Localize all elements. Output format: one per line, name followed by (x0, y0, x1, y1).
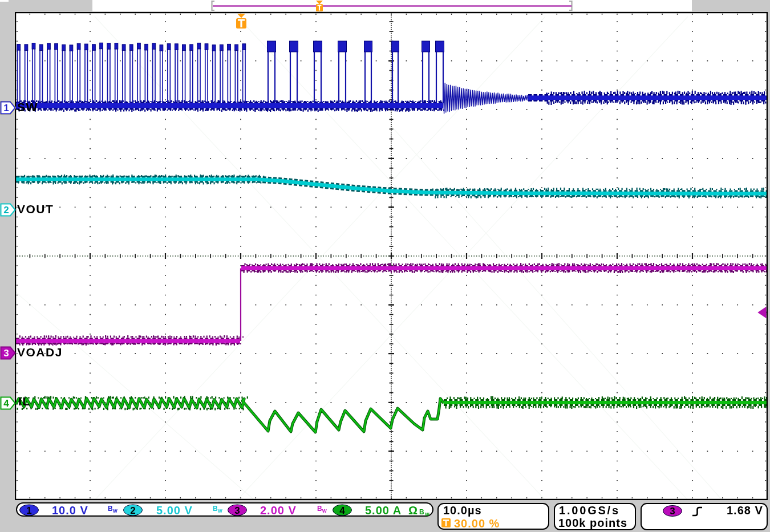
svg-text:4: 4 (339, 505, 345, 516)
svg-text:4: 4 (3, 398, 9, 409)
svg-text:3: 3 (3, 348, 9, 359)
svg-text:3: 3 (234, 505, 240, 516)
svg-text:1: 1 (26, 505, 31, 516)
svg-text:1: 1 (3, 103, 9, 113)
svg-text:2: 2 (130, 505, 135, 516)
svg-text:2: 2 (3, 205, 9, 216)
svg-text:3: 3 (670, 506, 675, 517)
